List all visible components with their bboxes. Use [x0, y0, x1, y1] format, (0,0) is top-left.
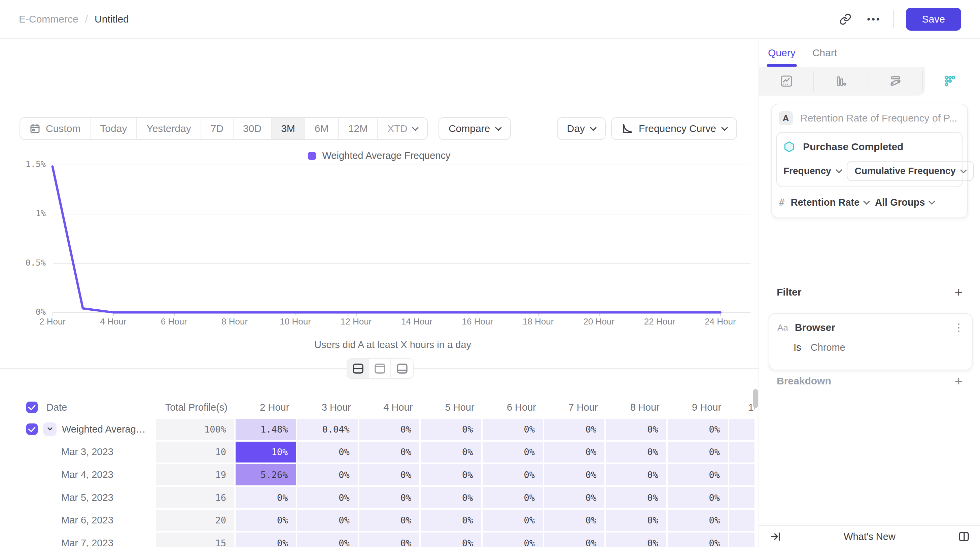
chevron-down-icon [495, 124, 502, 131]
table-header-6-hour[interactable]: 6 Hour [483, 396, 544, 419]
row-date-cell: Mar 6, 2023 [20, 510, 156, 532]
breadcrumb-project[interactable]: E-Commerce [19, 13, 78, 25]
x-axis-tick [174, 312, 175, 316]
layout-split-view-button[interactable] [347, 359, 369, 378]
row-value-cell: 0% [421, 441, 482, 465]
table-header-label: Date [46, 402, 67, 413]
chart-legend: Weighted Average Frequency [0, 150, 759, 161]
chart-type-line[interactable] [759, 67, 814, 96]
row-value-cell: 0% [235, 532, 297, 547]
more-menu-button[interactable]: ••• [867, 10, 881, 29]
x-axis-tick-label: 10 Hour [272, 316, 319, 327]
x-axis-tick-label: 18 Hour [515, 316, 562, 327]
layout-chart-only-button[interactable] [369, 359, 391, 378]
compare-button[interactable]: Compare [439, 117, 511, 140]
save-button[interactable]: Save [906, 8, 961, 30]
row-value-cell: 0% [297, 532, 359, 547]
chart-type-flow[interactable] [868, 67, 923, 96]
row-value-cell: 0% [359, 487, 421, 510]
row-value-cell: 0% [668, 441, 729, 465]
series-title-input[interactable]: Retention Rate of Frequency of P... [800, 112, 957, 124]
table-header-7-hour[interactable]: 7 Hour [544, 396, 606, 419]
tab-query[interactable]: Query [768, 39, 795, 67]
collapse-sidebar-icon[interactable] [768, 529, 783, 544]
layout-table-only-button[interactable] [391, 359, 413, 378]
x-axis-tick [52, 312, 53, 316]
table-only-icon [396, 363, 408, 374]
select-all-checkbox[interactable] [26, 401, 38, 413]
filter-menu-icon[interactable]: ⋮ [954, 322, 964, 333]
row-value-cell: 0% [297, 487, 359, 510]
table-header-3-hour[interactable]: 3 Hour [297, 396, 359, 419]
chart-type-frequency-selected[interactable] [923, 67, 977, 96]
split-view-icon [352, 363, 364, 374]
table-header-9-hour[interactable]: 9 Hour [668, 396, 729, 419]
metric-dropdown[interactable]: Retention Rate [791, 197, 869, 208]
filter-heading: Filter [777, 287, 801, 298]
table-header-4-hour[interactable]: 4 Hour [359, 396, 421, 419]
toggle-panel-icon[interactable] [956, 529, 971, 544]
row-date-cell: Mar 3, 2023 [20, 441, 156, 465]
date-range-today[interactable]: Today [91, 118, 137, 139]
vertical-scrollbar[interactable] [753, 389, 758, 408]
x-axis-tick [720, 312, 721, 316]
filter-operator-dropdown[interactable]: Is [794, 342, 801, 353]
group-dropdown[interactable]: All Groups [875, 197, 934, 208]
report-toolbar: Custom Today Yesterday 7D 30D 3M 6M 12M … [19, 117, 759, 140]
breadcrumb-report-name[interactable]: Untitled [95, 13, 129, 25]
whats-new-link[interactable]: What's New [759, 531, 980, 542]
date-range-12m[interactable]: 12M [339, 118, 378, 139]
filter-value-dropdown[interactable]: Chrome [811, 342, 845, 353]
table-body: Weighted Average ...100%1.48%0.04%0%0%0%… [20, 419, 754, 547]
date-range-6m[interactable]: 6M [305, 118, 339, 139]
table-header-label: Total Profile(s) [165, 402, 228, 413]
table-header-10-hour[interactable]: 10 Hour [729, 396, 754, 419]
table-header-date[interactable]: Date [20, 396, 156, 419]
row-value-cell: 0.04% [297, 419, 359, 441]
top-bar: E-Commerce / Untitled ••• Save [0, 0, 980, 39]
chevron-down-icon [590, 124, 597, 131]
add-breakdown-button[interactable]: + [955, 374, 963, 388]
legend-label: Weighted Average Frequency [322, 150, 450, 161]
add-filter-button[interactable]: + [955, 285, 963, 299]
date-range-7d[interactable]: 7D [201, 118, 234, 139]
property-type-badge: Aa [777, 322, 788, 333]
filter-property-dropdown[interactable]: Browser [795, 322, 947, 333]
row-value-cell: 0% [729, 419, 754, 441]
date-range-30d[interactable]: 30D [234, 118, 272, 139]
row-date-cell: Mar 4, 2023 [20, 464, 156, 487]
table-header-5-hour[interactable]: 5 Hour [421, 396, 482, 419]
measure-type-dropdown[interactable]: Cumulative Frequency [847, 161, 974, 181]
table-header-label: 2 Hour [260, 402, 289, 413]
expand-row-button[interactable] [43, 422, 57, 436]
date-range-xtd[interactable]: XTD [378, 118, 427, 139]
flow-chart-icon [889, 74, 902, 88]
date-range-3m-selected[interactable]: 3M [272, 118, 305, 139]
row-value-cell: 0% [544, 532, 606, 547]
chart-style-dropdown[interactable]: Frequency Curve [611, 117, 737, 140]
row-date-cell: Mar 5, 2023 [20, 487, 156, 510]
x-axis-tick [477, 312, 478, 316]
measure-dropdown[interactable]: Frequency [782, 166, 843, 176]
row-value-cell: 0% [359, 532, 421, 547]
row-value-cell: 0% [668, 419, 729, 441]
row-checkbox[interactable] [26, 424, 38, 435]
gridline-1.5% [53, 165, 751, 165]
table-header-total-profile-s-[interactable]: Total Profile(s) [156, 396, 235, 419]
granularity-dropdown[interactable]: Day [557, 117, 606, 140]
row-total-cell: 10 [156, 441, 235, 465]
event-name[interactable]: Purchase Completed [803, 141, 903, 153]
x-axis-tick-label: 2 Hour [29, 316, 76, 327]
tab-chart[interactable]: Chart [812, 39, 837, 67]
table-header-8-hour[interactable]: 8 Hour [606, 396, 667, 419]
chart-only-icon [374, 363, 386, 374]
x-axis-tick [538, 312, 539, 316]
x-axis-tick-label: 6 Hour [150, 316, 197, 327]
copy-link-icon[interactable] [836, 10, 855, 29]
row-value-cell: 0% [359, 464, 421, 487]
row-value-cell: 0% [606, 510, 667, 532]
date-range-yesterday[interactable]: Yesterday [137, 118, 201, 139]
table-header-2-hour[interactable]: 2 Hour [235, 396, 297, 419]
chart-type-bar[interactable] [814, 67, 868, 96]
date-range-custom[interactable]: Custom [20, 118, 91, 139]
